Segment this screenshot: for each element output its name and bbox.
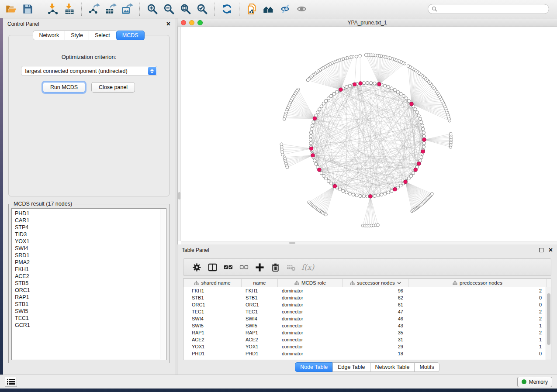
table-row[interactable]: STB1STB1dominator620: [183, 294, 551, 301]
cell-name[interactable]: SWI5: [242, 322, 278, 329]
table-row[interactable]: ACE2ACE2connector311: [183, 336, 551, 343]
table-row[interactable]: FKH1FKH1dominator962: [183, 287, 551, 294]
result-list-scrollbar[interactable]: [160, 209, 166, 359]
column-header-predecessor-nodes[interactable]: predecessor nodes: [408, 279, 547, 287]
network-horizontal-scrollbar[interactable]: [181, 241, 557, 244]
cell-predecessor-nodes[interactable]: 2: [408, 315, 547, 322]
float-panel-icon[interactable]: [157, 22, 161, 26]
tab-node-table[interactable]: Node Table: [295, 362, 333, 372]
export-image-button[interactable]: [119, 1, 135, 17]
cell-successor-nodes[interactable]: 31: [343, 336, 408, 343]
column-header-name[interactable]: name: [242, 279, 278, 287]
cell-mcds-role[interactable]: dominator: [278, 315, 343, 322]
horizontal-scroll-thumb[interactable]: [289, 242, 295, 244]
cell-shared-name[interactable]: FKH1: [183, 287, 242, 294]
tab-edge-table[interactable]: Edge Table: [332, 362, 370, 372]
cell-shared-name[interactable]: STB1: [183, 294, 242, 301]
cell-successor-nodes[interactable]: 61: [343, 301, 408, 308]
mcds-result-item[interactable]: FKH1: [15, 266, 166, 273]
task-history-button[interactable]: [5, 377, 17, 387]
cell-successor-nodes[interactable]: 62: [343, 294, 408, 301]
cell-successor-nodes[interactable]: 18: [343, 350, 408, 357]
cell-mcds-role[interactable]: dominator: [278, 350, 343, 357]
cell-mcds-role[interactable]: connector: [278, 308, 343, 315]
cell-name[interactable]: SWI4: [242, 315, 278, 322]
cell-predecessor-nodes[interactable]: 0: [408, 294, 547, 301]
network-canvas[interactable]: [177, 27, 557, 244]
cell-name[interactable]: STB1: [242, 294, 278, 301]
mcds-result-item[interactable]: SWI4: [15, 245, 166, 252]
close-panel-icon[interactable]: ×: [166, 22, 170, 26]
close-table-panel-icon[interactable]: ×: [549, 248, 553, 252]
tab-style[interactable]: Style: [65, 31, 89, 40]
search-input[interactable]: [439, 6, 545, 12]
mcds-result-item[interactable]: TEC1: [15, 315, 166, 322]
cell-mcds-role[interactable]: connector: [278, 336, 343, 343]
memory-button[interactable]: Memory: [517, 377, 552, 387]
close-mcds-panel-button[interactable]: Close panel: [91, 82, 135, 93]
vertical-scroll-thumb[interactable]: [178, 192, 180, 199]
cell-mcds-role[interactable]: dominator: [278, 301, 343, 308]
zoom-in-button[interactable]: [144, 1, 160, 17]
column-header-shared-name[interactable]: shared name: [183, 279, 242, 287]
export-table-button[interactable]: [102, 1, 119, 17]
table-scrollbar[interactable]: [546, 287, 551, 360]
zoom-out-button[interactable]: [160, 1, 177, 17]
table-settings-button[interactable]: [189, 260, 204, 275]
table-scroll-thumb[interactable]: [547, 293, 550, 345]
cell-name[interactable]: RAP1: [242, 329, 278, 336]
cell-mcds-role[interactable]: connector: [278, 343, 343, 350]
cell-shared-name[interactable]: PHD1: [183, 350, 242, 357]
cell-mcds-role[interactable]: dominator: [278, 329, 343, 336]
node-table[interactable]: shared namenameMCDS rolesuccessor nodesp…: [183, 279, 551, 360]
import-network-button[interactable]: [44, 1, 61, 17]
cell-name[interactable]: TEC1: [242, 308, 278, 315]
network-titlebar[interactable]: YPA_prune.txt_1: [177, 18, 557, 27]
home-button[interactable]: [260, 1, 277, 17]
open-session-button[interactable]: [3, 1, 19, 17]
cell-shared-name[interactable]: SWI4: [183, 315, 242, 322]
cell-name[interactable]: PHD1: [242, 350, 278, 357]
toggle-annotations-button[interactable]: [277, 1, 293, 17]
cell-name[interactable]: ORC1: [242, 301, 278, 308]
network-graph[interactable]: [178, 27, 557, 244]
cell-mcds-role[interactable]: dominator: [278, 294, 343, 301]
tab-select[interactable]: Select: [89, 31, 116, 40]
cell-predecessor-nodes[interactable]: 1: [408, 322, 547, 329]
table-row[interactable]: YOX1YOX1connector291: [183, 343, 551, 350]
cell-shared-name[interactable]: YOX1: [183, 343, 242, 350]
cell-shared-name[interactable]: ACE2: [183, 336, 242, 343]
mcds-result-item[interactable]: TID3: [15, 231, 166, 238]
table-row[interactable]: SWI4SWI4dominator462: [183, 315, 551, 322]
mcds-result-item[interactable]: GCR1: [15, 322, 166, 329]
select-all-columns-button[interactable]: [220, 260, 236, 275]
tab-motifs[interactable]: Motifs: [414, 362, 439, 372]
cell-successor-nodes[interactable]: 43: [343, 322, 408, 329]
mcds-result-list[interactable]: PHD1CAR1STP4TID3YOX1SWI4SRD1PMA2FKH1ACE2…: [11, 208, 166, 360]
cell-mcds-role[interactable]: connector: [278, 322, 343, 329]
refresh-network-button[interactable]: [218, 1, 235, 17]
mcds-result-item[interactable]: YOX1: [15, 238, 166, 245]
cell-successor-nodes[interactable]: 47: [343, 308, 408, 315]
cell-successor-nodes[interactable]: 35: [343, 329, 408, 336]
mcds-result-item[interactable]: RAP1: [15, 294, 166, 301]
cell-successor-nodes[interactable]: 29: [343, 343, 408, 350]
tab-mcds[interactable]: MCDS: [116, 31, 145, 40]
network-vertical-scrollbar[interactable]: [178, 27, 181, 241]
export-network-button[interactable]: [86, 1, 102, 17]
float-table-panel-icon[interactable]: [539, 248, 543, 252]
cell-name[interactable]: ACE2: [242, 336, 278, 343]
cell-successor-nodes[interactable]: 96: [343, 287, 408, 294]
column-header-successor-nodes[interactable]: successor nodes: [343, 279, 408, 287]
table-row[interactable]: RAP1RAP1dominator352: [183, 329, 551, 336]
mcds-result-item[interactable]: STB5: [15, 280, 166, 287]
mcds-result-item[interactable]: PMA2: [15, 259, 166, 266]
import-table-button[interactable]: [61, 1, 77, 17]
cell-predecessor-nodes[interactable]: 2: [408, 308, 547, 315]
cell-predecessor-nodes[interactable]: 2: [408, 329, 547, 336]
table-row[interactable]: SWI5SWI5connector431: [183, 322, 551, 329]
cell-predecessor-nodes[interactable]: 0: [408, 301, 547, 308]
mcds-result-item[interactable]: ACE2: [15, 273, 166, 280]
table-row[interactable]: PHD1PHD1dominator180: [183, 350, 551, 357]
cell-shared-name[interactable]: SWI5: [183, 322, 242, 329]
